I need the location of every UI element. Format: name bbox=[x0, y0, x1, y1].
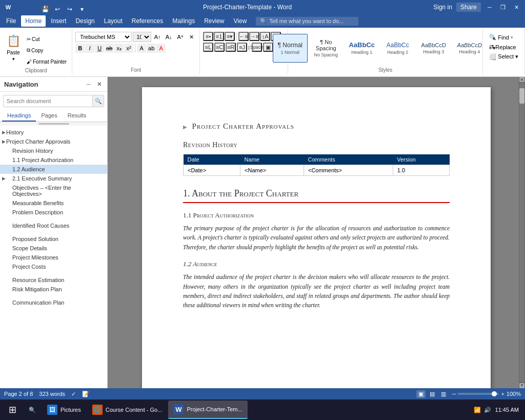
shading-button[interactable]: ▣ bbox=[263, 43, 273, 52]
tab-results[interactable]: Results bbox=[63, 110, 92, 122]
copy-button[interactable]: ⧉ Copy bbox=[25, 45, 69, 55]
taskbar-course-content[interactable]: 🌐 Course Content - Go... bbox=[87, 401, 168, 419]
strikethrough-button[interactable]: ab bbox=[105, 44, 114, 53]
sign-in-link[interactable]: Sign in bbox=[433, 4, 452, 11]
underline-button[interactable]: U bbox=[95, 44, 104, 53]
menu-layout[interactable]: Layout bbox=[100, 15, 127, 27]
redo-button[interactable]: ↪ bbox=[65, 4, 75, 14]
style-heading1[interactable]: AaBbCc Heading 1 bbox=[345, 34, 379, 63]
nav-item-proposed-solution[interactable]: Proposed Solution bbox=[0, 234, 107, 244]
print-layout-button[interactable]: ▣ bbox=[416, 390, 426, 398]
increase-indent-button[interactable]: →≡ bbox=[249, 32, 259, 41]
save-button[interactable]: 💾 bbox=[40, 4, 50, 14]
search-button[interactable]: 🔍 bbox=[24, 401, 41, 419]
taskbar-pictures[interactable]: 🖼 Pictures bbox=[42, 401, 86, 419]
text-highlight-button[interactable]: ab bbox=[147, 44, 156, 53]
find-button[interactable]: 🔍 Find ▾ bbox=[486, 33, 521, 42]
menu-mailings[interactable]: Mailings bbox=[168, 15, 199, 27]
select-button[interactable]: ⬜ Select ▾ bbox=[486, 52, 521, 61]
start-button[interactable]: ⊞ bbox=[2, 401, 23, 419]
nav-search-button[interactable]: 🔍 bbox=[92, 95, 104, 107]
change-case-button[interactable]: Aᵃ bbox=[175, 32, 185, 42]
text-effects-button[interactable]: A bbox=[137, 44, 146, 53]
minimize-button[interactable]: ─ bbox=[485, 3, 494, 12]
bold-button[interactable]: B bbox=[75, 44, 85, 53]
menu-home[interactable]: Home bbox=[21, 15, 46, 27]
nav-item-executive-summary[interactable]: ▶ 2.1 Executive Summary bbox=[0, 174, 107, 183]
nav-collapse-button[interactable]: ─ bbox=[85, 80, 93, 88]
nav-item-measurable-benefits[interactable]: Measurable Benefits bbox=[0, 198, 107, 208]
nav-item-history[interactable]: ▶ History bbox=[0, 128, 107, 137]
paste-button[interactable]: 📋 Paste ▾ bbox=[3, 32, 24, 63]
font-shrink-button[interactable]: A↓ bbox=[164, 32, 174, 42]
menu-file[interactable]: File bbox=[2, 15, 20, 27]
nav-item-project-costs[interactable]: Project Costs bbox=[0, 262, 107, 271]
close-button[interactable]: ✕ bbox=[512, 3, 521, 12]
menu-design[interactable]: Design bbox=[71, 15, 98, 27]
subscript-button[interactable]: x₂ bbox=[114, 44, 124, 53]
zoom-in-button[interactable]: + bbox=[501, 391, 504, 397]
scroll-thumb[interactable] bbox=[519, 88, 524, 104]
vertical-scrollbar[interactable]: ▲ ▼ bbox=[519, 77, 525, 388]
nav-close-button[interactable]: ✕ bbox=[95, 80, 103, 88]
superscript-button[interactable]: x² bbox=[124, 44, 133, 53]
sort-button[interactable]: ↕A bbox=[260, 32, 270, 41]
font-color-button[interactable]: A bbox=[156, 44, 166, 53]
style-heading3[interactable]: AaBbCcD Heading 3 bbox=[416, 34, 451, 63]
nav-item-problem-description[interactable]: Problem Description bbox=[0, 208, 107, 217]
bullets-button[interactable]: ≡• bbox=[203, 32, 213, 41]
style-no-spacing[interactable]: ¶ No Spacing No Spacing bbox=[309, 34, 344, 63]
nav-item-project-milestones[interactable]: Project Milestones bbox=[0, 253, 107, 262]
share-button[interactable]: Share bbox=[456, 3, 481, 12]
clear-formatting-button[interactable]: ✕ bbox=[186, 32, 196, 42]
nav-item-risk-mitigation[interactable]: Risk Mitigation Plan bbox=[0, 285, 107, 294]
customize-qat-button[interactable]: ▾ bbox=[77, 4, 87, 14]
nav-item-communication-plan[interactable]: Communication Plan bbox=[0, 298, 107, 307]
nav-item-revision-history[interactable]: Revision History bbox=[0, 146, 107, 155]
nav-item-scope-details[interactable]: Scope Details bbox=[0, 244, 107, 253]
nav-item-project-charter-approvals[interactable]: ▶ Project Charter Approvals bbox=[0, 137, 107, 146]
menu-references[interactable]: References bbox=[128, 15, 167, 27]
style-heading4[interactable]: AaBbCcD Heading 4 bbox=[452, 34, 487, 63]
justify-button[interactable]: ≡J bbox=[237, 43, 247, 52]
tab-headings[interactable]: Headings bbox=[2, 110, 36, 122]
menu-insert[interactable]: Insert bbox=[47, 15, 70, 27]
font-grow-button[interactable]: A↑ bbox=[152, 32, 163, 42]
zoom-out-button[interactable]: ─ bbox=[452, 391, 456, 397]
document-area[interactable]: ▲ ▼ ▶ Project Charter Approvals Revision… bbox=[108, 77, 525, 388]
font-name-select[interactable]: Trebuchet MS bbox=[75, 32, 132, 42]
font-size-select[interactable]: 10 bbox=[133, 32, 151, 42]
restore-button[interactable]: ❐ bbox=[498, 3, 508, 12]
menu-view[interactable]: View bbox=[230, 15, 251, 27]
align-left-button[interactable]: ≡L bbox=[203, 43, 213, 52]
replace-button[interactable]: ⇄ Replace bbox=[486, 43, 521, 51]
align-center-button[interactable]: ≡C bbox=[214, 43, 225, 52]
style-normal[interactable]: ¶ Normal 1 Normal bbox=[273, 34, 308, 63]
italic-button[interactable]: I bbox=[85, 44, 94, 53]
decrease-indent-button[interactable]: ←≡ bbox=[238, 32, 249, 41]
scroll-up-button[interactable]: ▲ bbox=[519, 77, 524, 82]
numbering-button[interactable]: ≡1 bbox=[214, 32, 224, 41]
scroll-track[interactable] bbox=[519, 83, 524, 382]
taskbar-word[interactable]: W Project-Charter-Tem... bbox=[168, 401, 247, 419]
style-heading2[interactable]: AaBbCc Heading 2 bbox=[380, 34, 415, 63]
read-mode-button[interactable]: ▤ bbox=[428, 390, 437, 398]
align-right-button[interactable]: ≡R bbox=[226, 43, 236, 52]
scroll-down-button[interactable]: ▼ bbox=[519, 383, 524, 388]
cut-button[interactable]: ✂ Cut bbox=[25, 34, 69, 44]
zoom-slider[interactable] bbox=[458, 393, 499, 395]
tell-me-text[interactable]: Tell me what you want to do... bbox=[269, 18, 344, 24]
nav-item-project-authorization[interactable]: 1.1 Project Authorization bbox=[0, 155, 107, 165]
line-spacing-button[interactable]: ↕ Spacing bbox=[252, 43, 262, 52]
zoom-level[interactable]: 100% bbox=[507, 391, 521, 397]
nav-item-objectives[interactable]: Objectives – <Enter the Objectives> bbox=[0, 183, 107, 198]
menu-review[interactable]: Review bbox=[200, 15, 228, 27]
undo-button[interactable]: ↩ bbox=[52, 4, 63, 14]
nav-item-resource-estimation[interactable]: Resource Estimation bbox=[0, 275, 107, 285]
multilevel-list-button[interactable]: ≡▾ bbox=[225, 32, 235, 41]
format-painter-button[interactable]: 🖌 Format Painter bbox=[25, 56, 69, 67]
nav-item-audience[interactable]: 1.2 Audience bbox=[0, 165, 107, 174]
web-layout-button[interactable]: ▥ bbox=[439, 390, 448, 398]
nav-search-input[interactable] bbox=[4, 96, 92, 106]
tab-pages[interactable]: Pages bbox=[36, 110, 62, 122]
